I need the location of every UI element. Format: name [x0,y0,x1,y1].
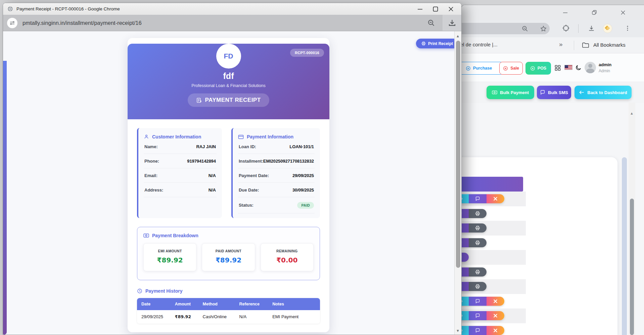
history-cell: Cash/Online [198,314,235,319]
site-settings-icon[interactable] [7,18,17,28]
bookmarks-bar: el de controle |... » All Bookmarks [462,37,644,53]
printer-icon [475,269,480,275]
scroll-arrow-up[interactable]: ▲ [456,34,460,38]
print-button[interactable] [469,238,487,247]
printer-icon [475,284,480,289]
menu-dots-icon[interactable] [624,25,631,32]
payment-history-section: Payment History DateAmountMethodReferenc… [137,288,320,324]
window-scrollbar[interactable]: ▲ [629,102,635,335]
payment-history-table: DateAmountMethodReferenceNotes 29/09/202… [137,298,320,324]
close-icon[interactable] [443,3,459,15]
background-app-page: Purchase Sale POS admin Admin [462,54,644,335]
payment-breakdown-title: Payment Breakdown [143,233,314,238]
history-column-header: Reference [235,302,268,306]
payment-history-title: Payment History [137,288,320,294]
print-receipt-button[interactable]: Print Receipt [416,39,458,48]
printer-icon [475,240,480,245]
grid-icon[interactable] [554,65,561,71]
delete-button[interactable] [487,326,504,335]
info-row: Due Date:30/09/2025 [238,183,315,197]
chat-button[interactable] [469,297,487,306]
print-button[interactable] [469,282,487,291]
zoom-out-icon[interactable] [427,19,435,27]
address-bar[interactable] [454,23,550,34]
all-bookmarks-button[interactable]: All Bookmarks [593,42,626,48]
chat-button[interactable] [469,194,487,203]
scroll-arrow-up[interactable]: ▲ [630,111,634,115]
chat-button[interactable] [469,326,487,335]
info-value: N/A [209,187,216,193]
printer-icon [421,41,426,46]
receipt-body: Customer Information Name:RAJ JAINPhone:… [128,119,329,332]
info-row: Status:PAID [238,197,315,213]
extension-brand-icon[interactable] [603,24,612,33]
bookmark-item[interactable]: el de controle |... [460,42,498,47]
pos-button[interactable]: POS [525,62,551,75]
table-row [455,192,526,206]
info-row: Installment:EMI202509271708132832 [238,154,315,168]
payment-breakdown-section: Payment Breakdown EMI AMOUNT₹89.92PAID A… [137,227,320,280]
background-titlebar [462,5,644,20]
plus-circle-icon [466,66,471,71]
breakdown-label: PAID AMOUNT [204,249,252,253]
extensions-icon[interactable] [562,25,569,32]
history-header-row: DateAmountMethodReferenceNotes [137,298,320,310]
printer-icon [475,211,480,216]
info-value: EMI202509271708132832 [263,159,314,164]
breakdown-value: ₹89.92 [146,256,194,264]
print-button[interactable] [469,223,487,233]
bulk-sms-button[interactable]: Bulk SMS [537,86,571,99]
plus-circle-icon [503,66,508,71]
info-label: Status: [239,203,254,208]
scrollbar-thumb[interactable] [630,199,634,335]
popup-scrollbar[interactable]: ▲ ▼ [454,31,461,335]
scroll-arrow-down[interactable]: ▼ [456,329,460,333]
download-icon[interactable] [588,25,595,32]
chat-icon [475,328,480,333]
delete-button[interactable] [487,194,504,203]
status-badge: PAID [297,202,314,209]
print-button[interactable] [469,267,487,277]
table-row [455,250,526,265]
info-label: Due Date: [239,187,259,193]
history-rows: 29/09/2025₹89.92Cash/OnlineN/AEMI Paymen… [137,310,320,324]
us-flag-icon[interactable] [564,65,572,70]
delete-button[interactable] [487,311,504,320]
bulk-payment-button[interactable]: Bulk Payment [487,86,534,99]
breakdown-value: ₹0.00 [263,256,311,264]
download-icon[interactable] [443,15,461,31]
minimize-icon[interactable] [557,5,573,20]
scrollbar-thumb[interactable] [456,41,460,268]
receipt-page: Print Receipt RCPT-000016 FD fdf Profess… [3,31,461,335]
breakdown-cards: EMI AMOUNT₹89.92PAID AMOUNT₹89.92REMAINI… [143,243,314,271]
close-icon[interactable] [615,5,631,20]
history-cell: EMI Payment [268,314,320,319]
print-button[interactable] [469,209,487,218]
star-icon[interactable] [540,26,547,32]
info-label: Loan ID: [239,144,256,149]
background-table-card [455,157,617,335]
popup-titlebar[interactable]: Payment Receipt - RCPT-000016 - Google C… [3,3,461,15]
zoom-out-icon[interactable] [522,26,528,32]
table-row [455,279,526,294]
back-to-dashboard-button[interactable]: Back to Dashboard [574,86,632,99]
breakdown-value: ₹89.92 [204,256,252,264]
info-label: Email: [144,173,157,178]
minimize-icon[interactable] [412,3,428,15]
info-value: RAJ JAIN [196,144,216,149]
user-name[interactable]: admin [599,62,611,67]
moon-icon[interactable] [575,65,582,71]
table-row [455,265,526,280]
user-role: Admin [599,69,610,73]
payment-receipt-popup-window: Payment Receipt - RCPT-000016 - Google C… [3,3,462,335]
chevron-double-icon[interactable]: » [559,41,563,48]
document-title-pill: PAYMENT RECEIPT [188,93,269,107]
chat-button[interactable] [469,311,487,320]
maximize-icon[interactable] [428,3,443,15]
sale-button[interactable]: Sale [499,62,523,75]
delete-button[interactable] [487,297,504,306]
user-avatar[interactable] [585,62,596,73]
url-text[interactable]: pmtally.singinn.in/installment/payment-r… [22,20,457,26]
restore-icon[interactable] [586,5,602,20]
page-scrollbar[interactable] [622,157,627,335]
